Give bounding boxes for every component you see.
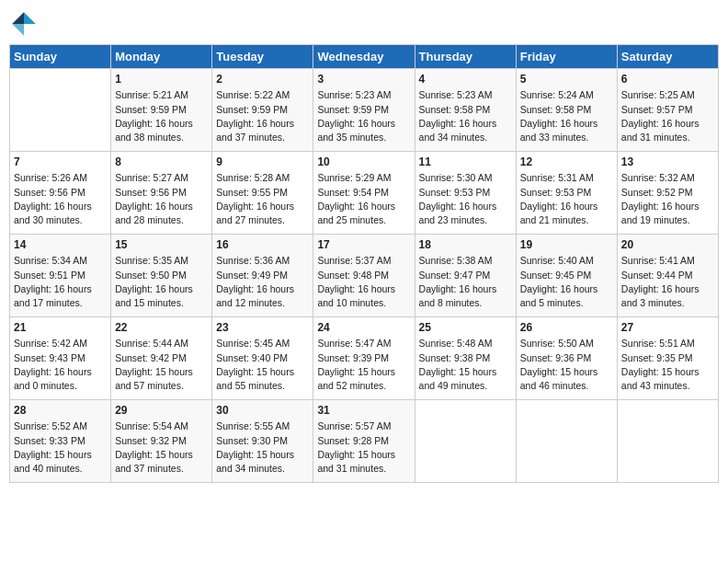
day-info: Daylight: 16 hours <box>317 200 410 213</box>
calendar-cell: 13Sunrise: 5:32 AMSunset: 9:52 PMDayligh… <box>617 152 718 235</box>
day-info: Daylight: 16 hours <box>115 282 208 296</box>
week-row-3: 14Sunrise: 5:34 AMSunset: 9:51 PMDayligh… <box>10 235 719 317</box>
day-number: 15 <box>115 237 208 253</box>
day-info: Sunset: 9:35 PM <box>621 351 714 365</box>
day-info: Sunrise: 5:42 AM <box>14 337 107 350</box>
day-info: Daylight: 16 hours <box>520 200 613 213</box>
day-number: 6 <box>621 72 714 87</box>
day-number: 12 <box>520 155 613 170</box>
day-info: Daylight: 16 hours <box>14 200 107 213</box>
day-info: and 38 minutes. <box>115 131 208 144</box>
day-info: and 23 minutes. <box>419 213 512 227</box>
day-info: and 5 minutes. <box>520 296 613 310</box>
day-info: Daylight: 16 hours <box>520 282 613 296</box>
calendar-cell: 5Sunrise: 5:24 AMSunset: 9:58 PMDaylight… <box>516 69 617 152</box>
day-info: Sunset: 9:53 PM <box>520 186 613 200</box>
day-info: Sunset: 9:36 PM <box>520 351 613 365</box>
day-header-tuesday: Tuesday <box>212 45 313 69</box>
day-info: Sunset: 9:55 PM <box>216 186 309 200</box>
week-row-4: 21Sunrise: 5:42 AMSunset: 9:43 PMDayligh… <box>10 317 719 400</box>
day-info: and 33 minutes. <box>520 131 613 144</box>
day-info: Sunrise: 5:37 AM <box>317 254 410 268</box>
day-info: Sunset: 9:44 PM <box>621 269 714 282</box>
day-header-sunday: Sunday <box>10 45 111 69</box>
day-header-saturday: Saturday <box>617 45 718 69</box>
day-info: Sunset: 9:50 PM <box>115 269 208 282</box>
calendar-cell: 24Sunrise: 5:47 AMSunset: 9:39 PMDayligh… <box>313 317 415 400</box>
day-info: Sunrise: 5:23 AM <box>317 88 410 102</box>
day-info: Sunrise: 5:47 AM <box>317 337 410 350</box>
day-info: Sunset: 9:53 PM <box>419 186 512 200</box>
week-row-2: 7Sunrise: 5:26 AMSunset: 9:56 PMDaylight… <box>10 152 719 235</box>
day-info: Sunrise: 5:41 AM <box>621 254 714 268</box>
day-info: and 30 minutes. <box>14 213 107 227</box>
day-number: 20 <box>621 237 714 253</box>
day-info: Sunset: 9:51 PM <box>14 269 107 282</box>
day-info: and 31 minutes. <box>621 131 714 144</box>
day-number: 28 <box>14 403 107 419</box>
day-info: Sunrise: 5:51 AM <box>621 337 714 350</box>
day-number: 7 <box>14 155 107 170</box>
day-info: and 3 minutes. <box>621 296 714 310</box>
day-info: and 21 minutes. <box>520 213 613 227</box>
day-info: Sunrise: 5:30 AM <box>419 171 512 185</box>
day-info: Daylight: 16 hours <box>115 200 208 213</box>
day-info: Daylight: 15 hours <box>216 448 309 462</box>
day-info: Daylight: 15 hours <box>621 365 714 379</box>
day-header-thursday: Thursday <box>415 45 516 69</box>
calendar-cell: 27Sunrise: 5:51 AMSunset: 9:35 PMDayligh… <box>617 317 718 400</box>
day-number: 3 <box>317 72 410 87</box>
calendar-cell: 12Sunrise: 5:31 AMSunset: 9:53 PMDayligh… <box>516 152 617 235</box>
day-info: Sunrise: 5:38 AM <box>419 254 512 268</box>
day-info: Sunrise: 5:40 AM <box>520 254 613 268</box>
day-info: Sunset: 9:59 PM <box>317 103 410 117</box>
day-info: Sunrise: 5:29 AM <box>317 171 410 185</box>
day-info: Daylight: 16 hours <box>216 117 309 131</box>
day-info: Sunrise: 5:26 AM <box>14 171 107 185</box>
day-info: Daylight: 15 hours <box>419 365 512 379</box>
calendar-cell: 1Sunrise: 5:21 AMSunset: 9:59 PMDaylight… <box>111 69 212 152</box>
day-info: Sunrise: 5:34 AM <box>14 254 107 268</box>
day-number: 4 <box>419 72 512 87</box>
day-info: and 31 minutes. <box>317 462 410 476</box>
calendar-cell: 26Sunrise: 5:50 AMSunset: 9:36 PMDayligh… <box>516 317 617 400</box>
day-info: Daylight: 15 hours <box>520 365 613 379</box>
day-info: and 17 minutes. <box>14 296 107 310</box>
day-info: Sunrise: 5:25 AM <box>621 88 714 102</box>
day-info: Sunrise: 5:27 AM <box>115 171 208 185</box>
day-info: Sunset: 9:30 PM <box>216 434 309 448</box>
day-info: Daylight: 16 hours <box>621 200 714 213</box>
calendar-cell: 22Sunrise: 5:44 AMSunset: 9:42 PMDayligh… <box>111 317 212 400</box>
day-info: Sunset: 9:58 PM <box>520 103 613 117</box>
day-info: Daylight: 15 hours <box>317 448 410 462</box>
day-info: Daylight: 16 hours <box>14 282 107 296</box>
day-info: Daylight: 16 hours <box>419 117 512 131</box>
day-number: 14 <box>14 237 107 253</box>
day-info: and 10 minutes. <box>317 296 410 310</box>
calendar-cell: 17Sunrise: 5:37 AMSunset: 9:48 PMDayligh… <box>313 235 415 317</box>
logo <box>9 9 42 39</box>
day-info: Sunset: 9:56 PM <box>14 186 107 200</box>
day-number: 23 <box>216 320 309 336</box>
calendar-cell: 7Sunrise: 5:26 AMSunset: 9:56 PMDaylight… <box>10 152 111 235</box>
calendar-cell: 2Sunrise: 5:22 AMSunset: 9:59 PMDaylight… <box>212 69 313 152</box>
day-info: Daylight: 15 hours <box>14 448 107 462</box>
day-info: Daylight: 16 hours <box>520 117 613 131</box>
day-header-wednesday: Wednesday <box>313 45 415 69</box>
day-info: Daylight: 16 hours <box>115 117 208 131</box>
day-number: 1 <box>115 72 208 87</box>
day-info: and 0 minutes. <box>14 379 107 393</box>
day-info: Sunset: 9:57 PM <box>621 103 714 117</box>
day-info: Daylight: 16 hours <box>317 282 410 296</box>
calendar-cell: 29Sunrise: 5:54 AMSunset: 9:32 PMDayligh… <box>111 400 212 483</box>
day-number: 10 <box>317 155 410 170</box>
day-info: Daylight: 15 hours <box>115 448 208 462</box>
day-info: Sunset: 9:58 PM <box>419 103 512 117</box>
day-info: Sunrise: 5:23 AM <box>419 88 512 102</box>
day-number: 22 <box>115 320 208 336</box>
day-info: Sunrise: 5:35 AM <box>115 254 208 268</box>
day-number: 16 <box>216 237 309 253</box>
day-info: Daylight: 16 hours <box>216 200 309 213</box>
page-header <box>9 9 719 39</box>
day-info: and 15 minutes. <box>115 296 208 310</box>
